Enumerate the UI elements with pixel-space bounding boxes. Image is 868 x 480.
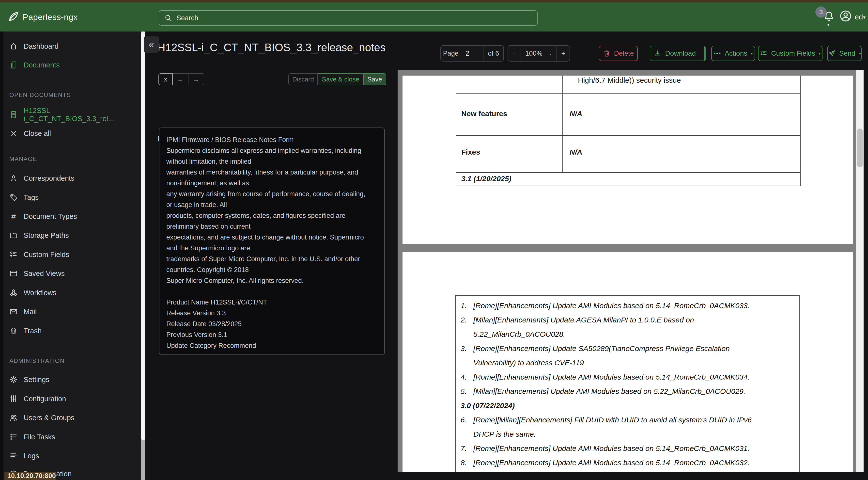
table-cell-label: New features (461, 110, 507, 118)
sidebar-item-saved-views[interactable]: Saved Views (0, 266, 138, 281)
list-item: 6.[Rome][Milan][Enhancements] Fill DUID … (461, 413, 803, 427)
sidebar-item-label: File Tasks (24, 433, 55, 441)
zoom-out-button[interactable]: - (508, 46, 521, 61)
divider (157, 120, 386, 120)
search-input[interactable] (177, 14, 537, 22)
folder-icon (9, 231, 18, 240)
zoom-in-button[interactable]: + (557, 46, 569, 61)
save-button[interactable]: Save (364, 73, 386, 85)
sidebar-item-label: Workflows (24, 289, 56, 297)
sidebar-close-all[interactable]: Close all (0, 125, 138, 141)
next-document-button[interactable]: → (188, 73, 204, 85)
list-item: 2.[Milan][Enhancements] Update AGESA Mil… (461, 313, 803, 327)
sidebar-item-document-types[interactable]: # Document Types (0, 209, 138, 224)
custom-fields-icon (9, 250, 18, 259)
sidebar-item-label: Settings (24, 376, 50, 384)
sidebar-item-workflows[interactable]: Workflows (0, 285, 138, 301)
version-heading: 3.0 (07/22/2024) (461, 398, 803, 413)
list-item-wrap: 5.22_MilanCrb_0ACOU028. (461, 327, 803, 341)
brand-name: Paperless-ngx (23, 12, 78, 22)
avatar[interactable] (839, 9, 852, 23)
section-open-documents: OPEN DOCUMENTS (9, 92, 71, 98)
logs-icon (9, 452, 18, 460)
table-cell-value: N/A (569, 148, 582, 156)
sidebar-item-storage-paths[interactable]: Storage Paths (0, 228, 138, 243)
custom-fields-button[interactable]: Custom Fields▾ (758, 46, 823, 61)
sidebar-item-file-tasks[interactable]: File Tasks (0, 429, 138, 445)
documents-icon (9, 61, 18, 69)
sidebar-item-users-groups[interactable]: Users & Groups (0, 410, 138, 426)
previous-document-button[interactable]: ← (173, 73, 188, 85)
sidebar-item-mail[interactable]: Mail (0, 304, 138, 320)
download-button[interactable]: Download ▾ (650, 46, 706, 61)
zoom-level-select[interactable]: 100%⌄ (521, 46, 557, 61)
sidebar-item-label: Users & Groups (24, 414, 74, 422)
page-title: H12SSL-i_C_CT_NT_BIOS_3.3_release_notes (157, 41, 385, 54)
sidebar-item-correspondents[interactable]: Correspondents (0, 170, 138, 186)
notification-count-badge: 3 (815, 6, 827, 18)
chevron-down-icon: ▾ (751, 51, 753, 56)
sidebar-item-label: Documents (24, 61, 60, 69)
collapse-sidebar-button[interactable]: « (144, 36, 159, 53)
sidebar-item-label: Dashboard (24, 42, 59, 51)
section-manage: MANAGE (9, 156, 37, 162)
ellipsis-icon: ••• (713, 50, 721, 57)
sidebar-item-settings[interactable]: Settings (0, 372, 138, 387)
sidebar-item-label: Document Types (24, 212, 77, 220)
page-number-field[interactable] (461, 46, 483, 61)
open-document-label: H12SSL-i_C_CT_NT_BIOS_3.3_rel... (24, 107, 138, 123)
users-icon (9, 414, 18, 422)
table-cell-security-issue: High/6.7 Middle)) security issue (578, 76, 681, 84)
list-item-wrap: DHCP is the same. (461, 427, 803, 441)
zoom-control-group: - 100%⌄ + (507, 45, 570, 62)
download-dropdown-toggle[interactable]: ▾ (704, 46, 706, 61)
custom-fields-icon (760, 50, 768, 57)
sidebar-item-logs[interactable]: Logs (0, 448, 138, 464)
sidebar-scrollbar[interactable] (141, 31, 145, 480)
trash-icon (9, 327, 18, 335)
sidebar-item-dashboard[interactable]: Dashboard (0, 38, 138, 54)
paperless-logo-icon (7, 10, 20, 23)
content-textarea[interactable]: IPMI Firmware / BIOS Release Notes Form … (159, 127, 385, 355)
gear-icon (9, 376, 18, 384)
sidebar-item-tags[interactable]: Tags (0, 189, 138, 205)
preview-scrollbar[interactable] (856, 70, 864, 472)
pdf-page-2: 1.[Rome][Enhancements] Update AMI Module… (403, 252, 853, 472)
delete-button[interactable]: Delete (599, 46, 638, 61)
close-editor-button[interactable]: x (158, 73, 173, 85)
saved-views-icon (9, 269, 18, 278)
hash-icon: # (9, 212, 18, 220)
chevron-down-icon: ▾ (818, 51, 821, 56)
status-url: 10.10.20.70:8000 (4, 472, 56, 480)
list-item: 7.[Rome][Enhancements] Update AMI Module… (461, 441, 803, 456)
page-number-input[interactable] (461, 50, 483, 57)
table-cell-value: N/A (569, 110, 582, 118)
send-button[interactable]: Send▾ (827, 46, 862, 61)
download-icon (654, 50, 661, 57)
pdf-preview[interactable]: High/6.7 Middle)) security issue New fea… (398, 70, 864, 472)
close-icon (9, 129, 18, 138)
list-item: 5.[Milan][Enhancements] Update AMI Modul… (461, 384, 803, 398)
global-search[interactable] (159, 10, 537, 26)
sidebar-item-trash[interactable]: Trash (0, 323, 138, 339)
mail-icon (9, 307, 18, 316)
chevron-down-icon: ▾ (859, 51, 861, 56)
sidebar-open-document[interactable]: H12SSL-i_C_CT_NT_BIOS_3.3_rel... (0, 107, 138, 123)
navbar: Paperless-ngx 3 ▾ ed ▾ (0, 2, 868, 31)
chevron-down-icon: ▾ (863, 14, 866, 20)
sidebar-item-configuration[interactable]: Configuration (0, 391, 138, 407)
discard-button[interactable]: Discard (288, 73, 318, 85)
username-menu[interactable]: ed (855, 13, 863, 21)
list-item: 1.[Rome][Enhancements] Update AMI Module… (461, 299, 803, 313)
search-icon (164, 14, 173, 22)
sidebar-scrollbar-thumb[interactable] (141, 31, 145, 440)
actions-button[interactable]: ••• Actions▾ (711, 46, 755, 61)
sidebar-item-documents[interactable]: Documents (0, 57, 138, 73)
save-and-close-button[interactable]: Save & close (318, 73, 364, 85)
preview-scrollbar-thumb[interactable] (857, 128, 863, 168)
tag-icon (9, 193, 18, 202)
sidebar-item-label: Logs (24, 452, 39, 460)
list-item: 9.[Rome][Milan][Enhancements] For UsbBus… (461, 470, 803, 472)
sidebar-item-custom-fields[interactable]: Custom Fields (0, 247, 138, 262)
release-notes-list: 1.[Rome][Enhancements] Update AMI Module… (461, 299, 803, 472)
